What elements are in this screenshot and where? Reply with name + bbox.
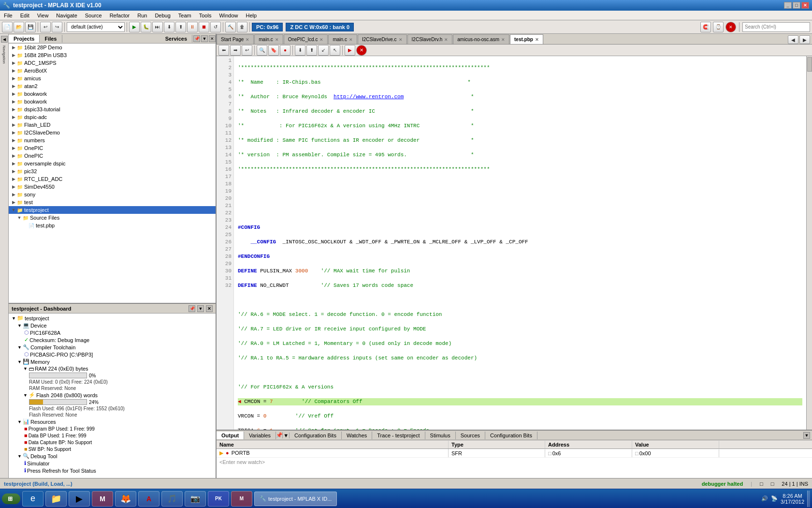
dashboard-close-button[interactable]: ✕ (206, 305, 213, 312)
tab-services[interactable]: Services (160, 35, 192, 43)
editor-stop-btn[interactable]: ✕ (356, 45, 367, 56)
taskbar-mplab2[interactable]: M (231, 491, 252, 507)
menu-window[interactable]: Window (215, 12, 242, 19)
nav-btn-1[interactable]: ◀ (1, 36, 8, 43)
watch-row-portb[interactable]: ▶ ● PORTB SFR □0x6 □0x00 (217, 449, 812, 458)
code-content[interactable]: '***************************************… (234, 56, 806, 430)
tree-item-amicus[interactable]: ▶ 📁 amicus (9, 75, 216, 82)
taskbar-firefox[interactable]: 🦊 (115, 491, 136, 507)
btab-var-menu[interactable]: ▼ (283, 433, 290, 438)
tree-item-sony[interactable]: ▶ 📁 sony (9, 191, 216, 198)
tab-testpbp[interactable]: test.pbp ✕ (510, 34, 543, 44)
dash-memory[interactable]: ▼ 💾 Memory (10, 358, 215, 365)
editor-search-btn[interactable]: 🔍 (257, 45, 267, 56)
tree-item-numbers[interactable]: ▶ 📁 numbers (9, 136, 216, 144)
editor-step-btn-4[interactable]: ↖ (330, 45, 340, 56)
menu-tools[interactable]: Tools (195, 12, 216, 19)
new-button[interactable]: 📄 (2, 22, 13, 32)
stop-button[interactable]: ⏹ (199, 22, 209, 32)
tab-i2cslavedrv[interactable]: I2CSlaveDrv.h ✕ (407, 34, 453, 44)
editor-btn-3[interactable]: ↩ (242, 45, 252, 56)
taskbar-acrobat[interactable]: A (138, 491, 160, 507)
editor-step-btn-2[interactable]: ⬆ (306, 45, 317, 56)
tab-i2cslavedrivec-close[interactable]: ✕ (399, 37, 403, 42)
dash-debugtool[interactable]: ▼ 🔍 Debug Tool (10, 452, 215, 460)
dash-ram[interactable]: ▼ 🗃 RAM 224 (0xE0) bytes (10, 365, 215, 372)
menu-debug[interactable]: Debug (151, 12, 174, 19)
clean-button[interactable]: 🗑 (237, 22, 247, 32)
btab-configbits2[interactable]: Configuration Bits (485, 432, 537, 439)
btab-stimulus[interactable]: Stimulus (425, 432, 456, 439)
tree-item-flashled[interactable]: ▶ 📁 Flash_LED (9, 121, 216, 129)
menu-team[interactable]: Team (174, 12, 195, 19)
tab-startpage[interactable]: Start Page ✕ (217, 34, 254, 44)
build-button[interactable]: 🔨 (225, 22, 236, 32)
tab-scroll-right[interactable]: ▶ (799, 35, 810, 44)
tree-item-dspicadc[interactable]: ▶ 📁 dspic-adc (9, 113, 216, 121)
tree-item-adc1msps[interactable]: ▶ 📁 ADC_1MSPS (9, 59, 216, 67)
taskbar-window-mplab[interactable]: 🔧 testproject - MPLAB X ID... (254, 492, 337, 506)
editor-bookmark-btn[interactable]: 🔖 (268, 45, 279, 56)
dash-testproject[interactable]: ▼ 📁 testproject (10, 314, 215, 322)
tab-onepiclcdc[interactable]: OnePIC_lcd.c ✕ (284, 34, 328, 44)
dash-resources[interactable]: ▼ 📊 Resources (10, 418, 215, 425)
new-watch-label[interactable]: <Enter new watch> (217, 458, 268, 466)
tab-amicusnosoc-close[interactable]: ✕ (501, 37, 505, 42)
memory-button[interactable]: 🧲 (700, 22, 711, 32)
tab-amicusnosoc[interactable]: amicus-no-osc.asm ✕ (453, 34, 509, 44)
panel-pin-button[interactable]: 📌 (193, 35, 200, 42)
tree-item-testproject[interactable]: ▼ 📁 testproject (9, 206, 216, 214)
tree-item-simdev4550[interactable]: ▶ 📁 SimDev4550 (9, 183, 216, 191)
menu-navigate[interactable]: Navigate (52, 12, 81, 19)
maximize-button[interactable]: □ (793, 2, 800, 9)
taskbar-camera[interactable]: 📷 (185, 491, 206, 507)
tab-mainc1[interactable]: main.c ✕ (254, 34, 283, 44)
step-into-button[interactable]: ⬇ (164, 22, 174, 32)
watch-button[interactable]: ⌚ (713, 22, 724, 32)
redo-button[interactable]: ↪ (52, 22, 62, 32)
taskbar-ie[interactable]: e (22, 491, 44, 507)
tab-mainc2-close[interactable]: ✕ (349, 37, 353, 42)
save-button[interactable]: 💾 (25, 22, 36, 32)
open-button[interactable]: 📂 (14, 22, 24, 32)
btab-sources[interactable]: Sources (456, 432, 485, 439)
tree-item-i2cslaveemo[interactable]: ▶ 📁 I2CSlaveDemo (9, 129, 216, 136)
tab-i2cslavedrv-close[interactable]: ✕ (444, 37, 448, 42)
pause-button[interactable]: ⏸ (187, 22, 198, 32)
editor-btn-2[interactable]: ➡ (230, 45, 241, 56)
tab-scroll-left[interactable]: ◀ (788, 35, 798, 44)
bottom-panel-btn[interactable]: ▼ (803, 432, 810, 439)
tree-item-bookwork2[interactable]: ▶ 📁 bookwork (9, 98, 216, 105)
btab-trace[interactable]: Trace - testproject (372, 432, 425, 439)
menu-source[interactable]: Source (81, 12, 106, 19)
tree-item-aerobotx[interactable]: ▶ 📁 AeroBotX (9, 67, 216, 75)
search-input[interactable] (742, 22, 810, 32)
taskbar-pickit[interactable]: PK (208, 491, 229, 507)
reset-button[interactable]: ↺ (210, 22, 221, 32)
tree-item-16bit28pinusb3[interactable]: ▶ 📁 16Bit 28Pin USB3 (9, 51, 216, 59)
tree-item-dspic33tutorial[interactable]: ▶ 📁 dspic33-tutorial (9, 105, 216, 113)
tree-item-test[interactable]: ▶ 📁 test (9, 198, 216, 206)
tab-startpage-close[interactable]: ✕ (246, 37, 249, 42)
tree-item-bookwork1[interactable]: ▶ 📁 bookwork (9, 90, 216, 98)
tree-item-testpbp[interactable]: 📄 test.pbp (9, 222, 216, 229)
show-desktop-btn[interactable] (807, 491, 810, 507)
start-button[interactable]: ⊞ (2, 493, 20, 504)
tab-i2cslavedrivec[interactable]: I2CSlaveDrive.c ✕ (358, 34, 407, 44)
dash-pic16f628a[interactable]: ⬡ PIC16F628A (10, 329, 215, 336)
tree-item-rtcledadc[interactable]: ▶ 📁 RTC_LED_ADC (9, 175, 216, 183)
minimize-button[interactable]: _ (784, 2, 792, 9)
editor-bp-btn[interactable]: ● (280, 45, 290, 56)
tree-item-16bit28pdemo[interactable]: ▶ 📁 16bit 28P Demo (9, 44, 216, 51)
watch-row-new[interactable]: <Enter new watch> (217, 458, 812, 466)
btab-configbits1[interactable]: Configuration Bits (290, 432, 342, 439)
config-dropdown[interactable]: default (active) (67, 22, 125, 32)
taskbar-media[interactable]: ▶ (69, 491, 90, 507)
tree-item-pic32[interactable]: ▶ 📁 pic32 (9, 167, 216, 175)
tab-files[interactable]: Files (40, 35, 62, 43)
tab-onepiclcdc-close[interactable]: ✕ (319, 37, 323, 42)
dash-picbasic[interactable]: ⬡ PICBASIC-PRO [C:\PBP3] (10, 351, 215, 358)
editor-step-btn-1[interactable]: ⬇ (295, 45, 305, 56)
editor-step-btn-3[interactable]: ↙ (318, 45, 329, 56)
tree-item-oversample[interactable]: ▶ 📁 oversample dspic (9, 160, 216, 167)
